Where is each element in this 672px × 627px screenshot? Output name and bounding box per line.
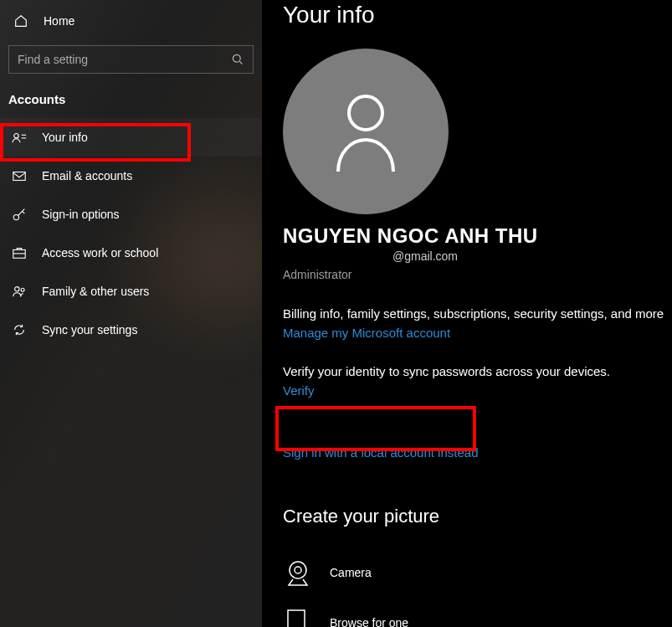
people-icon	[12, 284, 27, 299]
sidebar-item-sync-settings[interactable]: Sync your settings	[0, 311, 262, 349]
sidebar-item-label: Your info	[42, 131, 88, 144]
sidebar-item-email-accounts[interactable]: Email & accounts	[0, 157, 262, 195]
sidebar-item-label: Email & accounts	[42, 169, 132, 182]
local-account-link[interactable]: Sign in with a local account instead	[283, 445, 478, 460]
sidebar-item-family-users[interactable]: Family & other users	[0, 272, 262, 311]
person-card-icon	[12, 130, 27, 145]
svg-line-1	[239, 61, 242, 64]
user-name: NGUYEN NGOC ANH THU	[283, 224, 672, 248]
sidebar-item-label: Sync your settings	[42, 323, 137, 337]
billing-description: Billing info, family settings, subscript…	[283, 306, 672, 321]
svg-point-6	[13, 214, 18, 219]
home-label: Home	[44, 14, 74, 28]
briefcase-icon	[12, 245, 27, 260]
avatar	[283, 49, 449, 214]
camera-label: Camera	[330, 566, 372, 579]
svg-point-9	[15, 287, 19, 291]
sidebar-item-signin-options[interactable]: Sign-in options	[0, 195, 262, 234]
sidebar-item-label: Family & other users	[42, 285, 149, 298]
manage-account-link[interactable]: Manage my Microsoft account	[283, 326, 450, 340]
sidebar-item-label: Sign-in options	[42, 208, 120, 221]
browse-label: Browse for one	[330, 616, 408, 627]
page-title: Your info	[283, 2, 672, 28]
user-email: @gmail.com	[283, 249, 567, 263]
verify-link[interactable]: Verify	[283, 383, 315, 398]
camera-button[interactable]: Camera	[283, 547, 672, 598]
search-input[interactable]	[8, 45, 254, 74]
browse-button[interactable]: Browse for one	[283, 598, 672, 627]
svg-point-11	[349, 96, 382, 130]
sidebar-item-access-work-school[interactable]: Access work or school	[0, 234, 262, 272]
browse-icon	[285, 609, 310, 627]
mail-icon	[12, 168, 27, 183]
svg-point-2	[14, 134, 18, 138]
verify-description: Verify your identity to sync passwords a…	[283, 364, 672, 378]
home-button[interactable]: Home	[0, 5, 262, 37]
svg-point-10	[21, 288, 24, 291]
svg-rect-5	[13, 172, 25, 181]
person-icon	[328, 90, 403, 173]
svg-rect-14	[288, 610, 305, 627]
search-icon	[231, 53, 244, 66]
sidebar-item-your-info[interactable]: Your info	[0, 118, 262, 157]
user-role: Administrator	[283, 268, 672, 281]
section-title-accounts: Accounts	[0, 89, 262, 118]
svg-point-13	[295, 567, 301, 573]
svg-point-0	[233, 54, 240, 62]
settings-sidebar: Home Accounts Your info Email & accounts…	[0, 0, 262, 627]
key-icon	[12, 207, 27, 222]
svg-point-12	[290, 562, 306, 578]
sidebar-item-label: Access work or school	[42, 246, 158, 260]
main-pane: Your info NGUYEN NGOC ANH THU @gmail.com…	[262, 0, 672, 627]
search-field[interactable]	[18, 53, 231, 66]
home-icon	[13, 13, 28, 28]
create-picture-heading: Create your picture	[283, 506, 672, 527]
sync-icon	[12, 322, 27, 337]
camera-icon	[284, 558, 312, 587]
